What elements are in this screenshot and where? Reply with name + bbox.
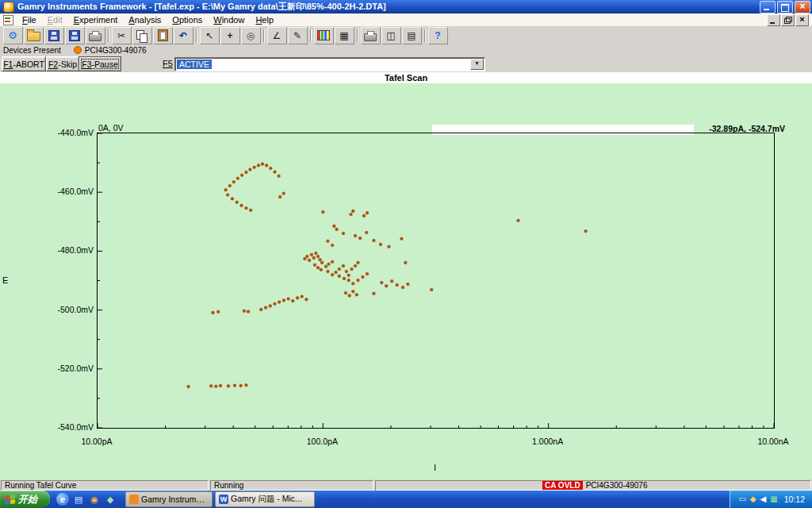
clock: 10:12 bbox=[784, 495, 805, 504]
devices-label: Devices Present bbox=[3, 46, 61, 55]
taskbar-task-1[interactable]: Gamry Instrument... bbox=[125, 491, 213, 507]
tile-icon: ▤ bbox=[407, 31, 416, 40]
toolbar: ⚙✂↶↖+◎∠✎▦◫▤? bbox=[0, 26, 812, 45]
y-tick-label: -460.0mV bbox=[46, 187, 94, 196]
setup-button[interactable]: ⚙ bbox=[3, 27, 23, 44]
print-button[interactable] bbox=[86, 27, 105, 44]
undo-button[interactable]: ↶ bbox=[174, 27, 193, 44]
split-window-button[interactable]: ◫ bbox=[381, 27, 401, 44]
print-preview-button[interactable] bbox=[361, 27, 381, 44]
paste-button[interactable] bbox=[153, 27, 173, 44]
mdi-close-button[interactable] bbox=[795, 14, 809, 26]
annotate-tool-button[interactable]: ✎ bbox=[288, 27, 308, 44]
menu-window[interactable]: Window bbox=[208, 14, 250, 25]
open-file-button[interactable] bbox=[24, 27, 44, 44]
devices-bar: Devices Present PCI4G300-49076 bbox=[0, 44, 812, 56]
document-icon bbox=[3, 15, 13, 25]
status-bar: Running Tafel Curve Running CA OVLD PCI4… bbox=[0, 479, 812, 491]
printer-icon[interactable]: ▭ bbox=[738, 495, 745, 503]
floppy-icon bbox=[48, 30, 59, 41]
tile-window-button[interactable]: ▤ bbox=[402, 27, 422, 44]
copy-icon bbox=[136, 30, 144, 40]
task-icon: W bbox=[219, 495, 228, 504]
toolbar-separator bbox=[263, 29, 264, 42]
cut-icon: ✂ bbox=[117, 31, 125, 40]
y-axis-label: E bbox=[2, 275, 8, 285]
internet-explorer-icon[interactable]: e bbox=[56, 493, 69, 506]
window-title: Gamry Instruments Framework - [Tafel.exp… bbox=[17, 1, 386, 13]
fkey-skip-button[interactable]: F2-Skip bbox=[46, 56, 79, 71]
minimize-button[interactable] bbox=[760, 1, 776, 13]
copy-button[interactable] bbox=[132, 27, 152, 44]
fkey-abort-button[interactable]: F1-ABORT bbox=[2, 56, 46, 71]
system-tray: ▭◆◀▦ 10:12 bbox=[730, 491, 812, 508]
x-axis-label: I bbox=[97, 463, 773, 472]
title-bar: Gamry Instruments Framework - [Tafel.exp… bbox=[0, 0, 812, 13]
cut-button[interactable]: ✂ bbox=[112, 27, 132, 44]
x-tick-label: 100.0pA bbox=[298, 437, 346, 446]
media-player-icon[interactable]: ◉ bbox=[88, 493, 101, 506]
paste-icon bbox=[158, 29, 168, 41]
chart-region: 0A, 0V -32.89pA, -524.7mV E I 10.00pA100… bbox=[0, 83, 812, 479]
save-all-button[interactable] bbox=[65, 27, 85, 44]
taskbar-task-2[interactable]: WGamry 问题 - Mic... bbox=[215, 491, 315, 507]
grid-icon: ▦ bbox=[339, 31, 348, 40]
application-window: Gamry Instruments Framework - [Tafel.exp… bbox=[0, 0, 812, 508]
toolbar-separator bbox=[108, 29, 109, 42]
x-tick-label: 10.00nA bbox=[749, 437, 797, 446]
toolbar-separator bbox=[196, 29, 197, 42]
toolbar-separator bbox=[310, 29, 311, 42]
pointer-tool-button[interactable]: ↖ bbox=[200, 27, 220, 44]
mdi-minimize-button[interactable] bbox=[767, 14, 780, 26]
crosshair-icon: + bbox=[227, 31, 232, 40]
status-state: Running bbox=[214, 481, 243, 490]
menu-experiment[interactable]: Experiment bbox=[68, 14, 124, 25]
x-tick-label: 10.00pA bbox=[73, 437, 121, 446]
crosshair-tool-button[interactable]: + bbox=[220, 27, 240, 44]
help-icon: ? bbox=[435, 31, 440, 40]
tafel-plot-area[interactable] bbox=[97, 133, 775, 429]
toolbar-separator bbox=[424, 29, 425, 42]
help-button[interactable]: ? bbox=[428, 27, 448, 44]
origin-readout: 0A, 0V bbox=[98, 123, 124, 133]
slope-tool-button[interactable]: ∠ bbox=[267, 27, 287, 44]
save-button[interactable] bbox=[44, 27, 64, 44]
function-key-bar: F5 ACTIVE F1-ABORTF2-SkipF3-Pause bbox=[0, 56, 812, 72]
security-icon[interactable]: ◆ bbox=[750, 495, 756, 503]
network-icon[interactable]: ▦ bbox=[770, 495, 777, 503]
zoom-tool-button[interactable]: ◎ bbox=[241, 27, 261, 44]
scatter-points bbox=[187, 163, 588, 388]
gear-icon: ⚙ bbox=[8, 30, 17, 40]
menu-options[interactable]: Options bbox=[167, 14, 208, 25]
mdi-restore-button[interactable] bbox=[781, 14, 795, 26]
pointer-icon: ↖ bbox=[205, 31, 213, 40]
chart-setup-button[interactable] bbox=[314, 27, 334, 44]
fkey-pause-button[interactable]: F3-Pause bbox=[79, 56, 121, 71]
menu-edit: Edit bbox=[42, 14, 68, 25]
chevron-down-icon[interactable] bbox=[470, 59, 484, 70]
f5-combobox[interactable]: ACTIVE bbox=[174, 57, 485, 71]
close-button[interactable] bbox=[795, 1, 810, 13]
slope-icon: ∠ bbox=[273, 31, 282, 40]
y-tick-label: -480.0mV bbox=[46, 245, 94, 255]
menu-file[interactable]: File bbox=[17, 14, 42, 25]
volume-icon[interactable]: ◀ bbox=[760, 495, 767, 503]
task-icon bbox=[129, 495, 139, 504]
menu-analysis[interactable]: Analysis bbox=[123, 14, 167, 25]
overload-badge: CA OVLD bbox=[542, 481, 583, 490]
printer-icon bbox=[89, 33, 102, 41]
app-icon bbox=[3, 2, 14, 13]
device-name: PCI4G300-49076 bbox=[85, 46, 147, 55]
menu-help[interactable]: Help bbox=[250, 14, 279, 25]
task-label: Gamry 问题 - Mic... bbox=[231, 494, 302, 505]
status-task: Running Tafel Curve bbox=[5, 481, 76, 490]
grid-toggle-button[interactable]: ▦ bbox=[335, 27, 354, 44]
start-button[interactable]: 开始 bbox=[0, 491, 50, 508]
folder-icon bbox=[27, 32, 40, 41]
maximize-button[interactable] bbox=[777, 1, 793, 13]
messenger-icon[interactable]: ◆ bbox=[104, 493, 117, 506]
status-device: PCI4G300-49076 bbox=[586, 481, 648, 490]
split-icon: ◫ bbox=[386, 31, 395, 40]
floppy-icon bbox=[69, 30, 80, 41]
show-desktop-icon[interactable]: ▤ bbox=[72, 493, 85, 506]
